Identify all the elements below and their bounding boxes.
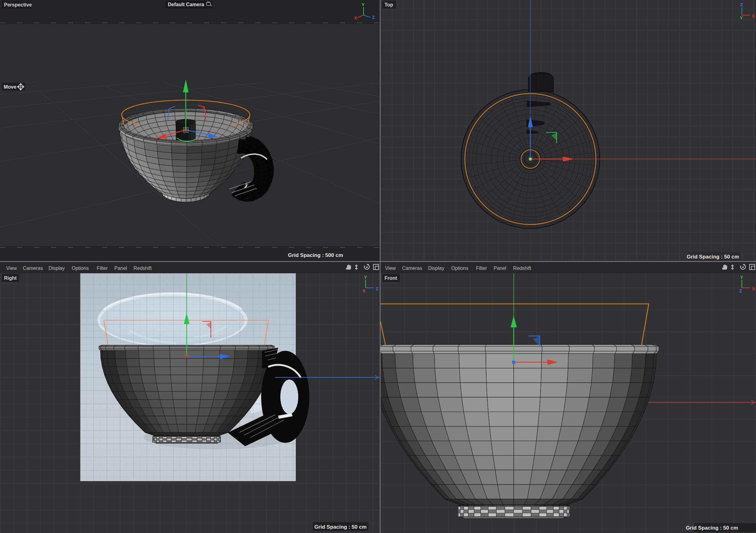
svg-text:Grid Spacing : 500 cm: Grid Spacing : 500 cm [288, 252, 343, 258]
svg-text:Y: Y [740, 275, 743, 280]
svg-text:X: X [752, 13, 755, 18]
svg-text:Z: Z [376, 286, 379, 291]
svg-text:Z: Z [740, 2, 743, 7]
svg-text:Filter: Filter [476, 266, 487, 271]
svg-text:Z: Z [739, 289, 742, 293]
svg-text:Y: Y [362, 2, 365, 7]
svg-text:Redshift: Redshift [513, 266, 531, 271]
svg-text:Display: Display [48, 266, 65, 271]
svg-text:Z: Z [372, 15, 375, 20]
svg-text:Panel: Panel [114, 266, 127, 271]
svg-text:Options: Options [451, 266, 468, 271]
svg-text:View: View [385, 266, 396, 271]
svg-text:Filter: Filter [97, 266, 108, 271]
svg-text:Grid Spacing : 50 cm: Grid Spacing : 50 cm [686, 525, 738, 531]
svg-text:Grid Spacing : 50 cm: Grid Spacing : 50 cm [314, 524, 366, 530]
svg-text:X: X [363, 289, 365, 293]
svg-text:Y: Y [740, 15, 743, 20]
svg-text:X: X [354, 15, 357, 20]
svg-text:Move: Move [4, 84, 16, 89]
svg-text:Redshift: Redshift [134, 266, 152, 271]
svg-text:Display: Display [428, 266, 444, 271]
svg-text:Default Camera: Default Camera [168, 2, 204, 7]
svg-text:Cameras: Cameras [402, 266, 422, 271]
svg-text:Right: Right [4, 275, 17, 281]
svg-text:Y: Y [364, 275, 367, 280]
svg-text:Panel: Panel [494, 266, 506, 271]
svg-text:Top: Top [385, 2, 393, 8]
svg-text:View: View [6, 266, 17, 271]
svg-text:Grid Spacing : 50 cm: Grid Spacing : 50 cm [687, 254, 739, 260]
svg-text:Cameras: Cameras [23, 266, 43, 271]
svg-text:Front: Front [385, 275, 397, 281]
svg-text:Perspective: Perspective [4, 2, 32, 8]
svg-text:X: X [752, 286, 755, 291]
svg-text:Options: Options [72, 266, 89, 271]
